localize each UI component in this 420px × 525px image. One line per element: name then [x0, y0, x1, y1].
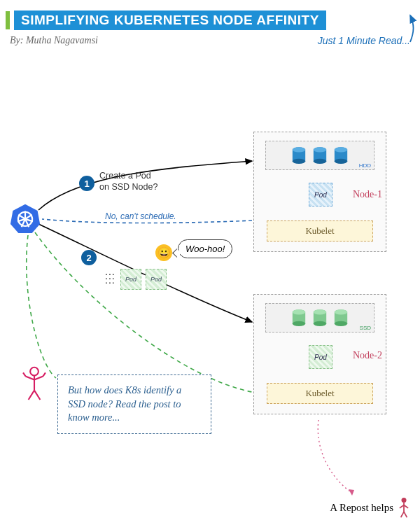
moving-pods: Pod Pod — [120, 269, 167, 290]
svg-point-28 — [314, 321, 326, 326]
svg-line-41 — [404, 512, 407, 517]
svg-line-40 — [401, 512, 404, 517]
svg-point-29 — [314, 309, 326, 314]
svg-point-33 — [335, 309, 347, 314]
svg-point-21 — [335, 147, 347, 152]
step-1-badge: 1 — [79, 176, 94, 191]
svg-point-25 — [293, 309, 305, 314]
repost-cta: A Repost helps — [330, 497, 410, 518]
node-1-pod: Pod — [309, 183, 332, 206]
speech-bubble: Woo-hoo! — [178, 239, 232, 258]
node-2-disk-shelf: SSD — [265, 303, 374, 332]
svg-point-20 — [335, 159, 347, 164]
node-1-disk-shelf: HDD — [265, 141, 374, 170]
subheader: By: Mutha Nagavamsi Just 1 Minute Read..… — [10, 35, 410, 46]
motion-lines-icon: ········· — [105, 272, 115, 284]
ssd-disk-icon — [291, 309, 307, 328]
page-title: SIMPLIFYING KUBERNETES NODE AFFINITY — [14, 10, 326, 30]
svg-point-32 — [335, 321, 347, 326]
svg-point-16 — [314, 159, 326, 164]
svg-point-34 — [30, 368, 38, 376]
node-2-kubelet: Kubelet — [267, 383, 373, 404]
node-1-name: Node-1 — [353, 189, 382, 200]
svg-point-17 — [314, 147, 326, 152]
step-2-badge: 2 — [81, 250, 97, 265]
hdd-disk-icon — [333, 146, 349, 166]
hdd-disk-icon — [291, 146, 307, 166]
byline: By: Mutha Nagavamsi — [10, 35, 98, 46]
step-1-label: Create a Pod on SSD Node? — [99, 171, 159, 192]
node-2-pod: Pod — [309, 345, 332, 369]
read-time: Just 1 Minute Read... — [318, 35, 410, 46]
ssd-disk-icon — [333, 309, 349, 328]
smile-icon: 😀 — [155, 244, 172, 261]
svg-point-12 — [293, 159, 305, 164]
callout-box: But how does K8s identify a SSD node? Re… — [57, 374, 211, 434]
node-2-name: Node-2 — [353, 350, 382, 361]
svg-point-24 — [293, 321, 305, 326]
title-accent — [6, 11, 10, 29]
svg-point-13 — [293, 147, 305, 152]
node-1-kubelet: Kubelet — [267, 220, 373, 241]
person-shrug-icon — [20, 364, 49, 402]
step-1-reply: No, can't schedule. — [105, 211, 176, 222]
hdd-disk-icon — [312, 146, 328, 166]
node-1-disk-tag: HDD — [359, 162, 371, 169]
title-bar: SIMPLIFYING KUBERNETES NODE AFFINITY — [6, 10, 412, 30]
person-icon — [398, 497, 410, 518]
svg-line-39 — [404, 505, 408, 507]
svg-line-38 — [400, 505, 404, 507]
mini-pod: Pod — [120, 269, 141, 290]
node-2-disk-tag: SSD — [360, 325, 371, 331]
ssd-disk-icon — [312, 309, 328, 328]
svg-point-36 — [401, 498, 406, 503]
mini-pod: Pod — [146, 269, 167, 290]
svg-point-9 — [24, 218, 27, 220]
connector-lines — [0, 0, 420, 525]
kubernetes-icon — [10, 203, 41, 234]
repost-label: A Repost helps — [330, 502, 393, 514]
